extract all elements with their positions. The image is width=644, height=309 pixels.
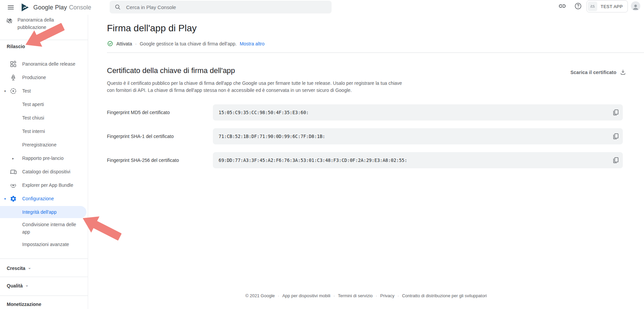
- production-icon: [9, 74, 17, 81]
- sidebar-item-label: Preregistrazione: [22, 141, 61, 148]
- play-console-logo[interactable]: Google Play Console: [20, 2, 91, 12]
- sidebar-item-panoramica-della-pubblicazione[interactable]: Panoramica della pubblicazione: [0, 15, 88, 38]
- section-divider: [107, 53, 644, 53]
- footer-link[interactable]: Contratto di distribuzione per gli svilu…: [402, 293, 487, 298]
- page-footer: © 2021 Google ·App per dispositivi mobil…: [88, 293, 644, 298]
- fingerprint-value: 15:05:C9:35:CC:98:50:4F:35:E3:60:: [219, 110, 309, 115]
- sidebar-item-test-aperti[interactable]: Test aperti: [0, 98, 88, 111]
- copy-icon[interactable]: [612, 133, 619, 140]
- sidebar-item-panoramica-delle-release[interactable]: Panoramica delle release: [0, 57, 88, 71]
- signing-status-row: Attivata · Google gestisce la tua chiave…: [107, 40, 265, 47]
- fingerprint-label: Fingerprint SHA-256 del certificato: [107, 158, 213, 163]
- sidebar-item-label: Configurazione: [22, 195, 59, 202]
- show-more-link[interactable]: Mostra altro: [240, 41, 265, 46]
- sidebar-item-label: Test interni: [22, 128, 50, 135]
- test-icon: [9, 87, 17, 95]
- sidebar-item-configurazione[interactable]: ▾ Configurazione: [0, 192, 88, 205]
- dot-separator: ·: [376, 293, 377, 298]
- page-title: Firma dell'app di Play: [107, 23, 197, 34]
- footer-link[interactable]: Termini di servizio: [338, 293, 373, 298]
- fingerprint-value: 71:CB:52:1B:DF:71:90:0D:99:6C:7F:D8:1B:: [219, 134, 325, 139]
- sidebar-item-produzione[interactable]: Produzione: [0, 71, 88, 84]
- footer-links: ·App per dispositivi mobili·Termini di s…: [275, 293, 487, 298]
- fingerprint-value-field: 71:CB:52:1B:DF:71:90:0D:99:6C:7F:D8:1B:: [213, 128, 623, 144]
- expander-slot: ▾: [3, 89, 7, 93]
- sidebar-item-catalogo-dei-dispositivi[interactable]: Catalogo dei dispositivi: [0, 165, 88, 178]
- sidebar-item-label: Test aperti: [22, 101, 49, 108]
- sidebar-item-integrit-dell-app[interactable]: Integrità dell'app: [0, 206, 86, 218]
- status-badge: Attivata: [116, 41, 132, 46]
- link-icon[interactable]: [558, 2, 566, 10]
- device-catalog-icon: [9, 168, 17, 175]
- fingerprint-value-field: 15:05:C9:35:CC:98:50:4F:35:E3:60:: [213, 104, 623, 121]
- sidebar: Panoramica della pubblicazione Rilascio …: [0, 15, 88, 309]
- app-bundle-icon: [9, 181, 17, 189]
- sidebar-section-crescita[interactable]: Crescita⌄: [7, 266, 31, 271]
- fingerprint-value: 69:DD:77:A3:3F:45:A2:F6:76:3A:53:01:C3:4…: [219, 158, 407, 163]
- copy-icon[interactable]: [612, 157, 619, 164]
- chevron-down-icon: ⌄: [25, 283, 29, 287]
- dot-separator: ·: [278, 293, 279, 298]
- chevron-right-icon: ▸: [9, 154, 17, 162]
- help-icon[interactable]: [574, 2, 582, 10]
- download-certificate-button[interactable]: Scarica il certificato: [570, 69, 626, 75]
- sidebar-section-rilascio: Rilascio: [7, 44, 25, 49]
- brand-suffix: Console: [69, 4, 91, 11]
- release-overview-icon: [9, 60, 17, 68]
- person-icon: [632, 3, 640, 11]
- status-description: Google gestisce la tua chiave di firma d…: [140, 41, 236, 46]
- sidebar-item-explorer-per-app-bundle[interactable]: Explorer per App Bundle: [0, 178, 88, 192]
- sidebar-item-label: Panoramica della pubblicazione: [17, 16, 68, 31]
- search-icon: [114, 4, 121, 10]
- play-logo-icon: [20, 2, 30, 12]
- app-selector-chip[interactable]: TEST APP: [586, 0, 628, 12]
- search-input[interactable]: Cerca in Play Console: [110, 1, 332, 13]
- sidebar-item-label: Produzione: [22, 74, 51, 81]
- sidebar-item-label: Test: [22, 87, 36, 95]
- sidebar-item-label: Panoramica delle release: [22, 60, 80, 68]
- download-certificate-label: Scarica il certificato: [570, 70, 616, 75]
- top-bar: Google Play Console Cerca in Play Consol…: [0, 0, 644, 15]
- footer-link[interactable]: Privacy: [380, 293, 394, 298]
- sidebar-item-label: Test chiusi: [22, 114, 49, 122]
- sidebar-item-test-interni[interactable]: Test interni: [0, 125, 88, 138]
- sidebar-item-rapporto-pre-lancio[interactable]: ▸ Rapporto pre-lancio: [0, 151, 88, 165]
- sidebar-item-preregistrazione[interactable]: Preregistrazione: [0, 138, 88, 151]
- fingerprint-label: Fingerprint MD5 del certificato: [107, 110, 213, 115]
- sidebar-nav: Panoramica delle release Produzione ▾ Te…: [0, 57, 88, 251]
- search-placeholder: Cerca in Play Console: [126, 4, 176, 10]
- sidebar-item-label: Integrità dell'app: [22, 208, 61, 216]
- download-icon: [620, 69, 626, 75]
- sidebar-item-test[interactable]: ▾ Test: [0, 84, 88, 98]
- sidebar-item-impostazioni-avanzate[interactable]: Impostazioni avanzate: [0, 238, 88, 251]
- chevron-down-icon: ⌄: [28, 266, 31, 269]
- certificate-description: Questo è il certificato pubblico per la …: [107, 80, 406, 94]
- sidebar-divider: [0, 40, 88, 40]
- copyright-text: © 2021 Google: [245, 293, 275, 298]
- brand-name: Google Play: [33, 4, 67, 11]
- sidebar-divider: [0, 259, 88, 259]
- sidebar-section-monetizzazione[interactable]: Monetizzazione: [7, 302, 41, 307]
- account-avatar[interactable]: [631, 1, 640, 11]
- pin-off-icon[interactable]: [6, 18, 13, 24]
- menu-icon[interactable]: [7, 3, 15, 11]
- app-chip-label: TEST APP: [601, 4, 623, 9]
- android-app-icon: [588, 2, 597, 11]
- fingerprint-row: Fingerprint SHA-256 del certificato 69:D…: [107, 152, 623, 168]
- sidebar-item-label: Rapporto pre-lancio: [22, 154, 68, 162]
- footer-link[interactable]: App per dispositivi mobili: [282, 293, 330, 298]
- fingerprint-row: Fingerprint MD5 del certificato 15:05:C9…: [107, 104, 623, 121]
- sidebar-item-label: Catalogo dei dispositivi: [22, 168, 75, 175]
- sidebar-item-test-chiusi[interactable]: Test chiusi: [0, 111, 88, 125]
- dot-separator: ·: [333, 293, 335, 298]
- sidebar-section-qualit-[interactable]: Qualità⌄: [7, 283, 29, 288]
- copy-icon[interactable]: [612, 109, 619, 116]
- sidebar-item-condivisione-interna-delle-app[interactable]: Condivisione interna delle app: [0, 219, 88, 238]
- fingerprint-row: Fingerprint SHA-1 del certificato 71:CB:…: [107, 128, 623, 144]
- sidebar-divider: [0, 277, 88, 277]
- check-circle-icon: [107, 40, 113, 47]
- fingerprint-label: Fingerprint SHA-1 del certificato: [107, 134, 213, 139]
- sidebar-divider: [0, 296, 88, 296]
- dot-separator: ·: [397, 293, 399, 298]
- settings-gear-icon: [9, 195, 17, 202]
